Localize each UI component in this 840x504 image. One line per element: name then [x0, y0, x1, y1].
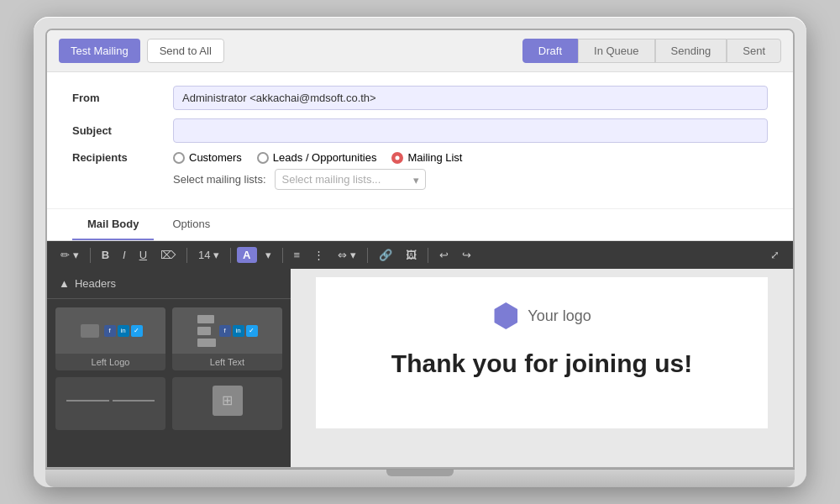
- divider-label: [55, 423, 165, 430]
- undo-btn[interactable]: ↩: [434, 246, 454, 264]
- unordered-list-btn[interactable]: ≡: [289, 246, 306, 264]
- left-text-thumb: f in ✓: [172, 307, 282, 354]
- subject-label: Subject: [72, 124, 173, 137]
- template-left-text[interactable]: f in ✓ Left Text: [172, 307, 282, 370]
- tab-mail-body[interactable]: Mail Body: [72, 209, 154, 240]
- radio-leads[interactable]: Leads / Opportunities: [257, 151, 377, 164]
- radio-mailing-list-label: Mailing List: [407, 151, 462, 164]
- laptop-frame: Test Mailing Send to All Draft In Queue …: [34, 17, 806, 487]
- mailing-list-select-wrapper[interactable]: Select mailing lists...: [275, 169, 426, 190]
- font-color-arrow[interactable]: ▾: [260, 246, 276, 264]
- test-mailing-button[interactable]: Test Mailing: [59, 39, 140, 63]
- facebook-icon: f: [104, 325, 116, 337]
- logo-hex-icon: [492, 302, 519, 329]
- twitter-icon-2: ✓: [246, 325, 258, 337]
- fullscreen-btn[interactable]: ⤢: [765, 246, 785, 264]
- left-text-label: Left Text: [172, 354, 282, 370]
- toolbar-divider-3: [230, 248, 231, 263]
- toolbar-divider-2: [186, 248, 187, 263]
- status-sending[interactable]: Sending: [655, 39, 727, 63]
- preview-logo-text: Your logo: [528, 307, 591, 325]
- thumb-hr-left: [66, 400, 108, 402]
- radio-mailing-list-circle: [391, 152, 403, 164]
- left-logo-label: Left Logo: [55, 354, 165, 370]
- subject-input[interactable]: [173, 118, 768, 143]
- top-toolbar: Test Mailing Send to All Draft In Queue …: [47, 30, 793, 72]
- mailing-list-select[interactable]: Select mailing lists...: [275, 169, 426, 190]
- thumb-social-icons: f in ✓: [104, 325, 143, 337]
- template-divider[interactable]: [55, 377, 165, 430]
- template-left-logo[interactable]: f in ✓ Left Logo: [55, 307, 165, 370]
- thumb-text-1: [197, 315, 214, 323]
- editor-toolbar: ✏ ▾ B I U ⌦ 14 ▾ A ▾ ≡ ⋮ ⇔ ▾ 🔗: [47, 241, 793, 269]
- mailing-list-label: Select mailing lists:: [173, 173, 266, 186]
- panel-header-label: Headers: [75, 277, 116, 290]
- collapse-icon[interactable]: ▲: [59, 277, 70, 290]
- status-pipeline: Draft In Queue Sending Sent: [522, 39, 781, 63]
- facebook-icon-2: f: [219, 325, 231, 337]
- ordered-list-btn[interactable]: ⋮: [308, 246, 329, 264]
- left-logo-thumb: f in ✓: [55, 307, 165, 354]
- panel-header: ▲ Headers: [47, 269, 291, 299]
- tabs-row: Mail Body Options: [47, 209, 793, 241]
- thumb-logo-img: [81, 324, 99, 338]
- preview-heading: Thank you for joining us!: [391, 349, 692, 378]
- toolbar-divider-6: [428, 248, 428, 263]
- editor-container: ✏ ▾ B I U ⌦ 14 ▾ A ▾ ≡ ⋮ ⇔ ▾ 🔗: [47, 241, 793, 467]
- left-panel: ▲ Headers f: [47, 269, 291, 467]
- preview-content: Your logo Thank you for joining us!: [316, 277, 768, 428]
- edit-icon-btn[interactable]: ✏ ▾: [55, 246, 84, 264]
- template-center-image[interactable]: ⊞: [172, 377, 282, 430]
- thumb-center-img: ⊞: [213, 386, 243, 416]
- action-buttons: Test Mailing Send to All: [59, 39, 224, 63]
- italic-btn[interactable]: I: [118, 246, 131, 264]
- status-draft[interactable]: Draft: [522, 39, 578, 63]
- font-color-btn[interactable]: A: [237, 247, 256, 263]
- toolbar-divider-4: [282, 248, 283, 263]
- toolbar-divider-1: [90, 248, 91, 263]
- underline-btn[interactable]: U: [134, 246, 152, 264]
- from-label: From: [72, 92, 173, 104]
- center-image-label: [172, 423, 282, 430]
- template-grid: f in ✓ Left Logo: [47, 299, 291, 438]
- radio-customers[interactable]: Customers: [173, 151, 242, 164]
- thumb-social-icons-2: f in ✓: [219, 325, 258, 337]
- redo-btn[interactable]: ↪: [457, 246, 476, 264]
- subject-row: Subject: [72, 118, 768, 143]
- right-preview: Your logo Thank you for joining us!: [291, 269, 793, 467]
- align-btn[interactable]: ⇔ ▾: [333, 246, 361, 264]
- image-placeholder-icon: ⊞: [222, 392, 233, 408]
- recipients-row: Recipients Customers Leads / Opportuniti…: [72, 151, 768, 190]
- thumb-text-2: [197, 327, 211, 335]
- divider-thumb: [55, 377, 165, 423]
- recipients-label: Recipients: [72, 151, 173, 164]
- main-content: From Subject Recipients Custom: [47, 72, 793, 467]
- radio-mailing-list[interactable]: Mailing List: [391, 151, 462, 164]
- editor-area: ▲ Headers f: [47, 269, 793, 467]
- eraser-btn[interactable]: ⌦: [155, 246, 181, 264]
- form-section: From Subject Recipients Custom: [47, 72, 793, 209]
- font-size-btn[interactable]: 14 ▾: [193, 246, 224, 264]
- radio-customers-circle: [173, 152, 185, 164]
- bold-btn[interactable]: B: [97, 246, 114, 264]
- recipients-options: Customers Leads / Opportunities Mailing …: [173, 151, 462, 190]
- tab-options[interactable]: Options: [157, 209, 225, 240]
- from-row: From: [72, 86, 768, 110]
- image-btn[interactable]: 🖼: [401, 246, 422, 264]
- from-input[interactable]: [173, 86, 768, 110]
- radio-leads-circle: [257, 152, 269, 164]
- thumb-text-3: [197, 339, 216, 347]
- toolbar-divider-5: [367, 248, 368, 263]
- radio-customers-label: Customers: [189, 151, 242, 164]
- send-all-button[interactable]: Send to All: [147, 39, 224, 63]
- link-btn[interactable]: 🔗: [374, 246, 397, 264]
- linkedin-icon: in: [118, 325, 129, 337]
- preview-logo-area: Your logo: [492, 302, 591, 329]
- twitter-icon: ✓: [131, 325, 143, 337]
- laptop-screen: Test Mailing Send to All Draft In Queue …: [45, 29, 795, 469]
- status-sent[interactable]: Sent: [727, 39, 781, 63]
- laptop-base: [45, 469, 795, 487]
- status-in-queue[interactable]: In Queue: [578, 39, 655, 63]
- radio-leads-label: Leads / Opportunities: [273, 151, 377, 164]
- thumb-hr-right: [113, 400, 155, 402]
